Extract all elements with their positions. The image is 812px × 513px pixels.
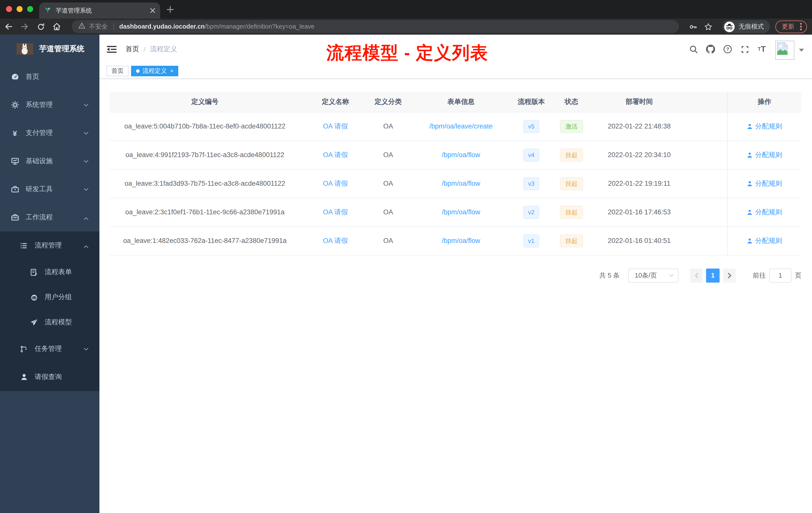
status-badge: 激活 (560, 120, 583, 133)
column-header: 流程版本 (516, 92, 546, 112)
annotation-title: 流程模型 - 定义列表 (326, 41, 488, 65)
sidebar-item-workflow[interactable]: 工作流程 (0, 203, 99, 232)
sidebar-item-label: 支付管理 (26, 128, 53, 138)
sidebar-item-label: 任务管理 (35, 344, 62, 353)
tab-close-icon[interactable] (150, 6, 155, 15)
pagination-total: 共 5 条 (599, 271, 620, 280)
person-icon (747, 123, 753, 129)
avatar-caret-icon[interactable] (799, 49, 804, 52)
browser-tab[interactable]: 芋道管理系统 (39, 2, 160, 19)
sidebar-item-devtools[interactable]: 研发工具 (0, 175, 99, 203)
assign-rule-button[interactable]: 分配规则 (747, 122, 782, 131)
form-link[interactable]: /bpm/oa/flow (442, 151, 480, 159)
column-header: 操作 (727, 92, 802, 112)
definition-name-link[interactable]: OA 请假 (323, 151, 348, 158)
sidebar-item-payment[interactable]: ¥ 支付管理 (0, 119, 99, 147)
tab-title: 芋道管理系统 (56, 6, 150, 15)
cell-deploy-time: 2022-01-22 21:48:38 (597, 112, 682, 141)
definition-name-link[interactable]: OA 请假 (323, 237, 348, 244)
version-badge: v1 (523, 234, 539, 247)
sidebar-item-leave-query[interactable]: 请假查询 (0, 363, 99, 391)
form-link[interactable]: /bpm/oa/flow (442, 180, 480, 187)
security-label: 不安全 (89, 22, 108, 31)
help-icon[interactable]: ? (719, 41, 736, 58)
sidebar-item-process-management[interactable]: 流程管理 (0, 232, 99, 260)
sidebar-item-label: 基础设施 (26, 157, 53, 165)
sidebar-item-label: 工作流程 (26, 213, 53, 222)
assign-rule-button[interactable]: 分配规则 (747, 179, 782, 188)
sidebar-item-home[interactable]: 首页 (0, 63, 99, 91)
search-icon[interactable] (685, 41, 702, 58)
page-number-current[interactable]: 1 (706, 268, 720, 282)
fullscreen-icon[interactable] (736, 41, 753, 58)
definition-name-link[interactable]: OA 请假 (323, 179, 348, 187)
breadcrumb-home[interactable]: 首页 (125, 45, 139, 54)
cell-spacer (682, 112, 727, 141)
window-minimize-button[interactable] (17, 6, 23, 12)
window-close-button[interactable] (6, 6, 12, 12)
home-button[interactable] (49, 20, 64, 34)
chevron-down-icon (669, 273, 674, 278)
chevron-up-icon (83, 242, 89, 250)
github-icon[interactable] (702, 41, 719, 58)
tag-home[interactable]: 首页 (107, 66, 128, 76)
form-link[interactable]: /bpm/oa/leave/create (429, 122, 493, 130)
address-bar[interactable]: 不安全 dashboard.yudao.iocoder.cn/bpm/manag… (72, 20, 679, 33)
form-link[interactable]: /bpm/oa/flow (442, 208, 480, 216)
forward-button[interactable] (17, 20, 32, 34)
browser-update-button[interactable]: 更新 (775, 20, 807, 33)
assign-rule-button[interactable]: 分配规则 (747, 236, 782, 245)
sidebar-item-label: 研发工具 (26, 185, 53, 194)
sidebar-item-task-management[interactable]: 任务管理 (0, 335, 99, 363)
prev-page-button[interactable] (690, 268, 702, 282)
reload-button[interactable] (33, 20, 48, 34)
main-panel: 首页 / 流程定义 流程模型 - 定义列表 ? (99, 35, 812, 513)
page-size-select[interactable]: 10条/页 (628, 268, 678, 282)
cell-category: OA (371, 141, 406, 169)
sidebar-collapse-icon[interactable] (107, 45, 117, 54)
sidebar-item-process-form[interactable]: 流程表单 (0, 260, 99, 284)
goto-label: 前往 (753, 271, 766, 280)
toolbar-right: 无痕模式 更新 (686, 19, 812, 35)
window-zoom-button[interactable] (27, 6, 33, 12)
svg-text:?: ? (726, 47, 729, 52)
page-content: 定义编号 定义名称 定义分类 表单信息 流程版本 状态 部署时间 操作 (99, 79, 812, 282)
sidebar-item-user-group[interactable]: 用户分组 (0, 284, 99, 310)
chevron-right-icon (727, 272, 732, 278)
back-button[interactable] (1, 20, 16, 34)
tag-label: 首页 (112, 67, 123, 75)
cell-spacer (682, 227, 727, 255)
sidebar-item-system[interactable]: 系统管理 (0, 91, 99, 119)
definition-name-link[interactable]: OA 请假 (323, 208, 348, 216)
logo-rabbit-image (17, 43, 33, 55)
tag-close-icon[interactable]: × (170, 68, 174, 74)
chevron-down-icon (83, 186, 89, 194)
definition-name-link[interactable]: OA 请假 (323, 122, 348, 130)
password-key-icon[interactable] (686, 20, 700, 34)
definition-table: 定义编号 定义名称 定义分类 表单信息 流程版本 状态 部署时间 操作 (110, 92, 802, 255)
bookmark-star-icon[interactable] (700, 20, 716, 34)
status-badge: 挂起 (560, 206, 583, 219)
new-tab-button[interactable] (166, 5, 174, 13)
version-badge: v4 (523, 148, 539, 161)
form-link[interactable]: /bpm/oa/flow (442, 237, 480, 244)
breadcrumb-current: 流程定义 (150, 45, 177, 54)
sidebar-item-infrastructure[interactable]: 基础设施 (0, 147, 99, 175)
goto-page-input[interactable] (769, 268, 791, 282)
security-warning-icon[interactable] (78, 22, 85, 31)
sidebar-item-process-model[interactable]: 流程模型 (0, 310, 99, 335)
version-badge: v5 (523, 120, 539, 133)
tag-process-definition[interactable]: 流程定义 × (131, 66, 178, 76)
assign-rule-button[interactable]: 分配规则 (747, 150, 782, 159)
chevron-up-icon (83, 214, 89, 222)
cell-definition-id: oa_leave:3:1fad3d93-7b75-11ec-a3c8-acde4… (110, 169, 300, 198)
paper-plane-icon (30, 318, 38, 326)
font-size-icon[interactable]: TT (753, 41, 770, 58)
app-logo[interactable]: 芋道管理系统 (0, 35, 99, 63)
avatar[interactable] (775, 41, 794, 60)
assign-rule-button[interactable]: 分配规则 (747, 208, 782, 217)
incognito-label: 无痕模式 (739, 22, 764, 31)
breadcrumb-separator: / (144, 46, 146, 53)
next-page-button[interactable] (723, 268, 736, 282)
menu-dots-icon[interactable] (800, 23, 802, 31)
